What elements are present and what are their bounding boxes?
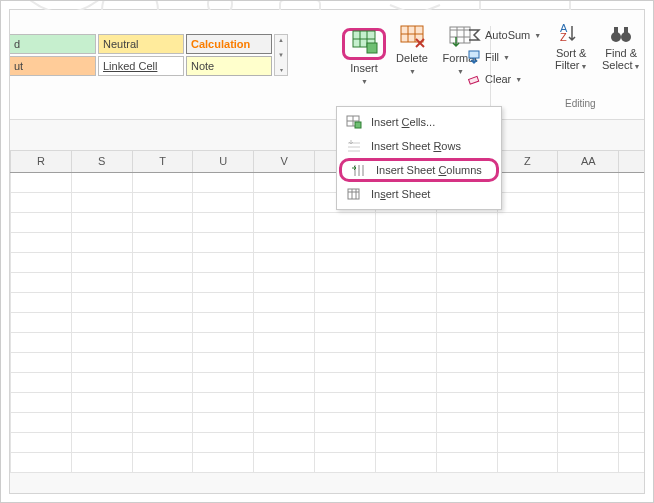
cell[interactable] [71,232,132,252]
cell[interactable] [315,372,376,392]
cell[interactable] [132,252,193,272]
cell[interactable] [558,172,619,192]
insert-button[interactable]: Insert▼ [342,26,386,108]
style-note[interactable]: Note [186,56,272,76]
cell[interactable] [193,252,254,272]
cell[interactable] [558,292,619,312]
cell[interactable] [497,272,558,292]
cell[interactable] [619,252,644,272]
cell[interactable] [558,372,619,392]
cell[interactable] [132,272,193,292]
cell[interactable] [11,312,72,332]
cell[interactable] [193,232,254,252]
cell[interactable] [619,392,644,412]
cell[interactable] [375,212,436,232]
cell[interactable] [619,372,644,392]
menu-insert-cells[interactable]: Insert Cells... [337,110,501,134]
cell[interactable] [436,392,497,412]
cell[interactable] [132,412,193,432]
cell[interactable] [436,292,497,312]
cell[interactable] [497,292,558,312]
cell[interactable] [71,172,132,192]
cell[interactable] [254,252,315,272]
cell[interactable] [254,212,315,232]
cell[interactable] [619,452,644,472]
cell[interactable] [497,212,558,232]
cell[interactable] [11,172,72,192]
column-header[interactable]: U [193,150,254,172]
column-header[interactable]: R [11,150,72,172]
cell[interactable] [193,452,254,472]
cell[interactable] [11,332,72,352]
cell[interactable] [193,352,254,372]
cell[interactable] [11,252,72,272]
cell[interactable] [315,232,376,252]
cell[interactable] [558,312,619,332]
cell[interactable] [132,332,193,352]
cell[interactable] [71,352,132,372]
cell[interactable] [497,372,558,392]
clear-button[interactable]: Clear▼ [464,70,543,88]
cell[interactable] [11,372,72,392]
cell[interactable] [497,352,558,372]
menu-insert-sheet[interactable]: Insert Sheet [337,182,501,206]
cell[interactable] [193,312,254,332]
cell[interactable] [558,252,619,272]
cell[interactable] [71,312,132,332]
cell[interactable] [497,252,558,272]
cell[interactable] [11,432,72,452]
cell[interactable] [436,412,497,432]
cell[interactable] [619,172,644,192]
cell[interactable] [436,272,497,292]
cell[interactable] [132,352,193,372]
cell[interactable] [497,332,558,352]
cell[interactable] [315,352,376,372]
cell[interactable] [497,312,558,332]
cell[interactable] [436,252,497,272]
cell[interactable] [375,292,436,312]
style-linked-cell[interactable]: Linked Cell [98,56,184,76]
column-header[interactable]: V [254,150,315,172]
cell[interactable] [132,212,193,232]
spreadsheet-grid[interactable]: RSTUVWXYZAAA [10,120,644,493]
cell[interactable] [254,452,315,472]
cell[interactable] [71,332,132,352]
delete-button[interactable]: Delete▼ [390,26,434,108]
cell[interactable] [193,372,254,392]
cell[interactable] [132,172,193,192]
cell[interactable] [375,272,436,292]
cell[interactable] [11,452,72,472]
cell[interactable] [436,332,497,352]
cell[interactable] [71,292,132,312]
column-header[interactable]: AA [558,150,619,172]
cell[interactable] [11,192,72,212]
style-neutral[interactable]: Neutral [98,34,184,54]
cell[interactable] [254,432,315,452]
cell[interactable] [71,372,132,392]
cell[interactable] [375,452,436,472]
cell[interactable] [193,212,254,232]
cell[interactable] [558,212,619,232]
cell[interactable] [71,452,132,472]
cell[interactable] [375,412,436,432]
cell[interactable] [254,412,315,432]
cell[interactable] [619,272,644,292]
cell[interactable] [254,312,315,332]
cell[interactable] [71,192,132,212]
cell[interactable] [497,192,558,212]
cell[interactable] [11,392,72,412]
cell[interactable] [375,392,436,412]
cell[interactable] [132,372,193,392]
cell[interactable] [315,332,376,352]
cell[interactable] [558,332,619,352]
menu-insert-sheet-columns[interactable]: Insert Sheet Columns [339,158,499,182]
cell[interactable] [71,432,132,452]
cell[interactable] [193,332,254,352]
cell[interactable] [619,212,644,232]
cell[interactable] [619,292,644,312]
cell[interactable] [436,452,497,472]
styles-gallery-expander[interactable]: ▲▼▾ [274,34,288,76]
cell[interactable] [375,432,436,452]
cell[interactable] [11,212,72,232]
column-header[interactable]: A [619,150,644,172]
